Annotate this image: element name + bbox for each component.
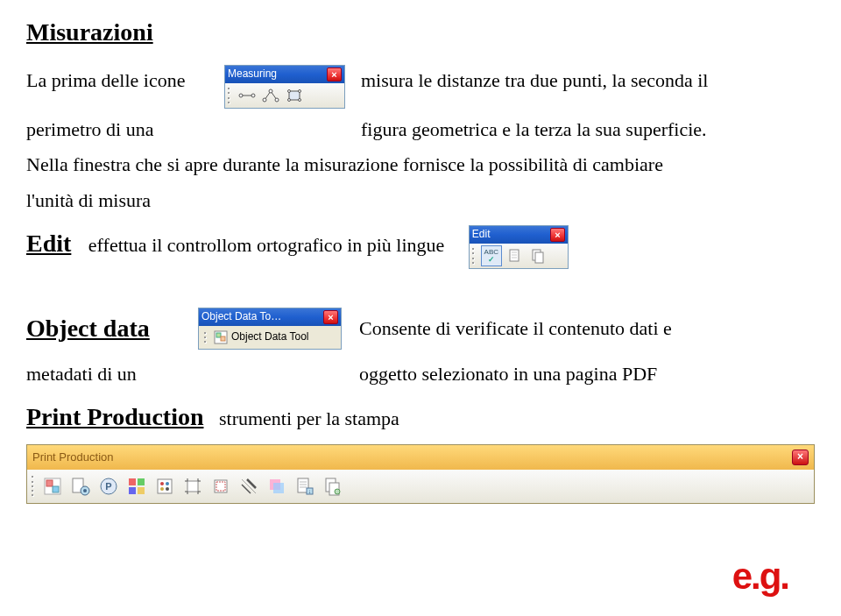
output-preview-icon[interactable] (67, 473, 94, 499)
distance-tool-icon[interactable] (237, 85, 258, 106)
text-edit-desc: effettua il controllom ortografico in pi… (88, 234, 444, 256)
heading-misurazioni: Misurazioni (26, 18, 153, 46)
fix-hairlines-icon[interactable] (236, 473, 262, 499)
svg-point-2 (251, 94, 255, 97)
check-icon: ✓ (488, 256, 495, 264)
spellcheck-icon[interactable]: ABC ✓ (481, 245, 502, 266)
svg-text:↓: ↓ (308, 488, 312, 494)
object-data-tool-icon (214, 330, 228, 344)
text-oggetto-pdf: oggetto selezionato in una pagina PDF (359, 358, 815, 390)
svg-point-9 (288, 99, 291, 102)
copy-page-icon[interactable] (528, 245, 549, 266)
svg-rect-15 (216, 333, 221, 337)
crop-pages-icon[interactable] (208, 473, 234, 499)
grip-handle[interactable] (32, 475, 36, 498)
close-icon[interactable]: × (323, 310, 338, 324)
svg-point-1 (239, 94, 243, 97)
svg-point-22 (83, 489, 87, 492)
text-figura-geom: figura geometrica e la terza la sua supe… (361, 114, 815, 145)
jdf-job-icon[interactable] (320, 473, 346, 499)
close-icon[interactable]: × (550, 228, 565, 242)
toolbar-pp-titlebar[interactable]: Print Production × (27, 445, 814, 469)
svg-rect-13 (535, 252, 543, 263)
text-unita: l'unità di misura (26, 185, 815, 216)
svg-rect-46 (273, 483, 284, 493)
text-finestra: Nella finestra che si apre durante la mi… (26, 149, 815, 181)
toolbar-object-title: Object Data To… (201, 308, 281, 326)
svg-rect-28 (138, 487, 145, 494)
toolbar-edit-title: Edit (472, 226, 491, 244)
trap-presets-icon[interactable] (39, 473, 66, 499)
close-icon[interactable]: × (792, 450, 809, 465)
transparency-flattening-icon[interactable] (264, 473, 290, 499)
svg-point-8 (299, 90, 301, 93)
text-perimetro: perimetro di una (26, 114, 210, 145)
svg-rect-27 (129, 487, 136, 494)
perimeter-tool-icon[interactable] (260, 85, 281, 106)
heading-print-production: Print Production (26, 403, 203, 430)
svg-point-32 (160, 487, 164, 491)
close-icon[interactable]: × (327, 67, 342, 81)
heading-object-data: Object data (26, 315, 150, 342)
object-data-tool-label: Object Data Tool (231, 329, 309, 346)
svg-point-10 (299, 99, 301, 102)
svg-point-31 (166, 482, 169, 485)
toolbar-edit: Edit × ABC ✓ (469, 225, 569, 269)
svg-point-3 (263, 98, 266, 102)
toolbar-measuring: Measuring × (224, 65, 345, 109)
svg-rect-19 (53, 486, 59, 492)
svg-rect-25 (129, 478, 136, 485)
page-edit-icon[interactable] (505, 245, 526, 266)
area-tool-icon[interactable] (284, 85, 305, 106)
toolbar-measuring-title: Measuring (228, 66, 277, 83)
svg-rect-16 (221, 336, 225, 341)
svg-text:P: P (105, 481, 111, 492)
text-consente: Consente di verificate il contenuto dati… (359, 313, 815, 344)
svg-rect-34 (187, 481, 198, 492)
pdf-optimizer-icon[interactable]: ↓ (292, 473, 318, 499)
text-print-desc: strumenti per la stampa (219, 407, 399, 429)
toolbar-measuring-titlebar[interactable]: Measuring × (225, 66, 344, 83)
svg-rect-6 (289, 91, 300, 100)
svg-point-7 (288, 90, 291, 93)
convert-colors-icon[interactable] (124, 473, 150, 499)
toolbar-object-data: Object Data To… × Object Data Tool (198, 308, 342, 350)
preflight-icon[interactable]: P (95, 473, 122, 499)
toolbar-object-titlebar[interactable]: Object Data To… × (199, 308, 341, 326)
heading-edit: Edit (26, 230, 71, 257)
svg-point-4 (269, 89, 272, 93)
ink-manager-icon[interactable] (152, 473, 178, 499)
svg-rect-26 (138, 478, 145, 485)
text-misura-distanze: misura le distanze tra due punti, la sec… (361, 65, 815, 96)
svg-point-33 (166, 487, 169, 491)
add-printer-marks-icon[interactable] (180, 473, 206, 499)
svg-rect-29 (158, 479, 172, 493)
eg-logo: e.g. (732, 546, 788, 606)
svg-point-30 (160, 482, 164, 485)
grip-handle[interactable] (204, 330, 208, 344)
svg-rect-11 (510, 250, 519, 261)
grip-handle[interactable] (228, 86, 232, 105)
svg-point-5 (275, 98, 279, 102)
grip-handle[interactable] (472, 246, 477, 266)
toolbar-pp-title: Print Production (32, 448, 114, 466)
toolbar-edit-titlebar[interactable]: Edit × (470, 226, 568, 244)
svg-rect-18 (46, 480, 53, 486)
object-data-tool-item[interactable]: Object Data Tool (201, 328, 339, 347)
toolbar-print-production: Print Production × P ↓ (26, 444, 815, 503)
svg-point-52 (335, 489, 340, 494)
text-la-prima: La prima delle icone (26, 65, 210, 96)
text-metadati: metadati di un (26, 358, 184, 390)
